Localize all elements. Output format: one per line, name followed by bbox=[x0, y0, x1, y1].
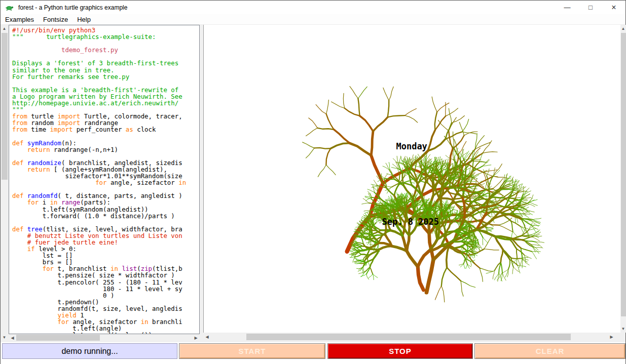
canvas-horizontal-scrollbar[interactable]: ◀ ▶ bbox=[203, 333, 615, 341]
scroll-right-icon[interactable]: ▶ bbox=[608, 333, 615, 341]
canvas-label: Sep. 8 2025 bbox=[382, 217, 439, 227]
scroll-right-icon[interactable]: ▶ bbox=[192, 334, 200, 341]
start-button[interactable]: START bbox=[179, 343, 325, 359]
scroll-left-icon[interactable]: ◀ bbox=[203, 333, 211, 341]
menu-bar: Examples Fontsize Help bbox=[1, 14, 625, 25]
main-area: ▲ ▼ #!/usr/bin/env python3""" turtlegrap… bbox=[1, 25, 625, 342]
menu-examples[interactable]: Examples bbox=[1, 15, 39, 24]
maximize-button[interactable]: □ bbox=[579, 1, 602, 14]
canvas-label: Monday bbox=[396, 141, 427, 151]
code-horizontal-scrollbar[interactable]: ◀ ▶ bbox=[9, 334, 200, 341]
code-text: #!/usr/bin/env python3""" turtlegraphics… bbox=[12, 27, 186, 334]
code-line: from time import perf_counter as clock bbox=[12, 126, 186, 133]
stop-button[interactable]: STOP bbox=[327, 343, 473, 359]
app-window: forest - a Python turtle graphics exampl… bbox=[0, 0, 626, 364]
menu-fontsize[interactable]: Fontsize bbox=[39, 15, 72, 24]
scroll-down-icon[interactable]: ▼ bbox=[1, 334, 8, 341]
minimize-button[interactable]: — bbox=[556, 1, 579, 14]
canvas-vertical-scrollbar[interactable]: ▲ ▼ bbox=[620, 25, 626, 333]
code-line: t.forward( (1.0 * distance)/parts ) bbox=[12, 213, 186, 219]
middle-tree bbox=[418, 252, 428, 267]
code-vscroll-thumb[interactable] bbox=[2, 33, 8, 180]
code-line: For further remarks see tree.py bbox=[12, 73, 186, 80]
window-title: forest - a Python turtle graphics exampl… bbox=[18, 4, 127, 11]
scroll-up-icon[interactable]: ▲ bbox=[619, 25, 626, 32]
code-line: for angle, sizefactor in bbox=[12, 179, 186, 186]
code-line: """ turtlegraphics-example-suite: bbox=[12, 33, 186, 40]
scroll-down-icon[interactable]: ▼ bbox=[619, 325, 626, 333]
scroll-left-icon[interactable]: ◀ bbox=[9, 334, 16, 341]
clear-button[interactable]: CLEAR bbox=[474, 343, 625, 359]
code-line: tdemo_forest.py bbox=[12, 47, 186, 53]
source-code-pane[interactable]: #!/usr/bin/env python3""" turtlegraphics… bbox=[9, 25, 200, 334]
bottom-bar: demo running... START STOP CLEAR bbox=[1, 342, 625, 364]
middle-tree bbox=[418, 267, 423, 290]
turtle-canvas[interactable]: MondaySep. 8 2025 bbox=[203, 25, 620, 333]
right-tree bbox=[426, 260, 433, 293]
scroll-up-icon[interactable]: ▲ bbox=[1, 25, 8, 32]
canvas-hscroll-thumb[interactable] bbox=[246, 334, 571, 340]
title-bar: forest - a Python turtle graphics exampl… bbox=[1, 1, 625, 14]
close-button[interactable]: × bbox=[602, 1, 625, 14]
canvas-vscroll-thumb[interactable] bbox=[621, 33, 626, 316]
code-vertical-scrollbar[interactable]: ▲ ▼ bbox=[1, 25, 9, 341]
code-hscroll-thumb[interactable] bbox=[16, 335, 100, 341]
turtle-icon bbox=[5, 3, 14, 12]
status-label: demo running... bbox=[2, 343, 177, 359]
middle-tree bbox=[407, 251, 418, 267]
code-line: http://homepage.univie.ac.at/erich.neuwi… bbox=[12, 100, 186, 106]
code-line: return randrange(-n,n+1) bbox=[12, 146, 186, 153]
menu-help[interactable]: Help bbox=[72, 15, 95, 24]
